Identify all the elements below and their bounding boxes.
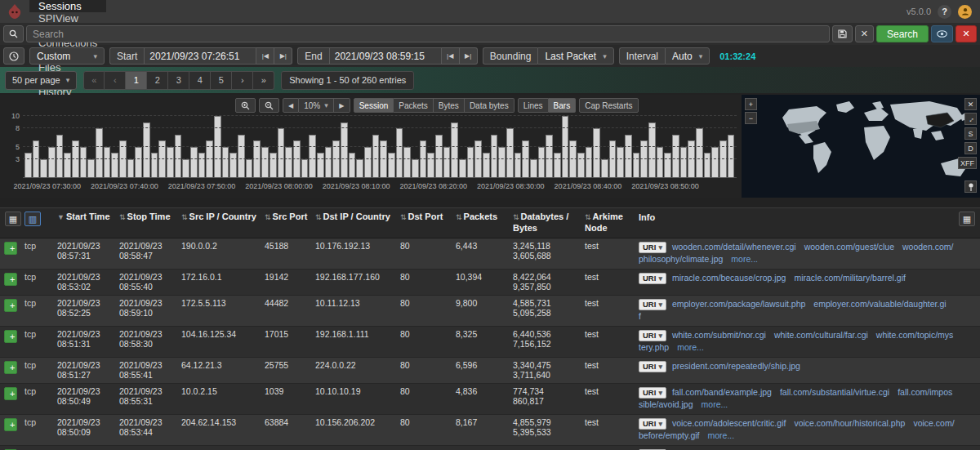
- chart-bar[interactable]: [648, 123, 656, 178]
- series-toggle-data-bytes[interactable]: Data bytes: [465, 98, 514, 113]
- more-link[interactable]: more...: [708, 430, 735, 440]
- uri-link[interactable]: voice.com/adolescent/critic.gif: [672, 418, 786, 428]
- chart-bar[interactable]: [261, 147, 269, 178]
- pager-page-5[interactable]: 5: [211, 71, 232, 90]
- chart-bar[interactable]: [554, 153, 561, 177]
- grid-view-button[interactable]: ▦: [5, 212, 21, 226]
- chart-bar[interactable]: [498, 147, 506, 178]
- pager-page-1[interactable]: 1: [126, 71, 147, 90]
- search-expression-button[interactable]: [3, 25, 24, 42]
- uri-link[interactable]: fall.com/substantial/virtue.cgi: [780, 387, 889, 397]
- series-toggle-session[interactable]: Session: [354, 98, 394, 113]
- arkime-logo[interactable]: [0, 0, 29, 23]
- chart-bar[interactable]: [317, 153, 324, 177]
- chart-bar[interactable]: [514, 153, 522, 177]
- time-settings-button[interactable]: [3, 47, 24, 65]
- uri-link[interactable]: wooden.com/guest/clue: [804, 242, 894, 252]
- expand-session-button[interactable]: +: [4, 242, 17, 255]
- chart-bar[interactable]: [135, 147, 142, 178]
- interval-select[interactable]: Auto ▾: [665, 47, 710, 65]
- column-header-stop[interactable]: ⇅Stop Time: [116, 212, 178, 234]
- chart-bar[interactable]: [704, 153, 711, 177]
- pager-first-button[interactable]: «: [83, 71, 105, 90]
- more-link[interactable]: more...: [677, 342, 704, 352]
- map-expand-button[interactable]: ↔: [964, 113, 977, 125]
- style-toggle-bars[interactable]: Bars: [549, 98, 577, 113]
- chart-bar[interactable]: [198, 153, 206, 177]
- expand-session-button[interactable]: +: [4, 299, 17, 312]
- help-icon[interactable]: ?: [938, 5, 951, 19]
- map-dst-toggle-button[interactable]: D: [964, 142, 977, 154]
- chart-bar[interactable]: [80, 147, 87, 178]
- start-time-input[interactable]: [144, 47, 256, 65]
- uri-link[interactable]: miracle.com/because/crop.jpg: [672, 273, 786, 283]
- save-search-button[interactable]: [832, 25, 853, 42]
- chart-bar[interactable]: [278, 128, 285, 177]
- user-icon[interactable]: [958, 5, 972, 19]
- chart-bar[interactable]: [467, 147, 474, 178]
- more-link[interactable]: more...: [731, 254, 758, 264]
- column-header-data[interactable]: ⇅Databytes / Bytes: [510, 212, 581, 234]
- chart-bar[interactable]: [341, 123, 348, 178]
- map-zoom-in-button[interactable]: +: [745, 98, 757, 110]
- chart-bar[interactable]: [309, 135, 316, 178]
- graph-zoom-out-button[interactable]: [259, 98, 279, 113]
- chart-bar[interactable]: [617, 147, 624, 178]
- map-src-toggle-button[interactable]: S: [964, 127, 977, 140]
- uri-link[interactable]: miracle.com/military/barrel.gif: [794, 273, 906, 283]
- chart-bar[interactable]: [412, 159, 419, 178]
- chart-bar[interactable]: [40, 159, 47, 178]
- map-close-button[interactable]: ✕: [964, 98, 977, 110]
- map-zoom-out-button[interactable]: −: [745, 112, 757, 124]
- pager-page-4[interactable]: 4: [189, 71, 211, 90]
- nav-item-spiview[interactable]: SPIView: [29, 12, 106, 25]
- chart-bar[interactable]: [64, 153, 71, 177]
- clear-search-button[interactable]: ✕: [855, 25, 874, 42]
- uri-dropdown-button[interactable]: URI▾: [639, 330, 666, 341]
- chart-bar[interactable]: [151, 153, 158, 177]
- uri-dropdown-button[interactable]: URI▾: [639, 273, 666, 284]
- column-header-info[interactable]: Info: [635, 212, 980, 234]
- series-toggle-packets[interactable]: Packets: [394, 98, 434, 113]
- expand-session-button[interactable]: +: [4, 418, 17, 431]
- chart-bar[interactable]: [728, 135, 735, 178]
- chart-bar[interactable]: [586, 147, 593, 178]
- chart-bar[interactable]: [24, 153, 32, 177]
- uri-link[interactable]: voice.com/hour/historical.php: [794, 418, 905, 428]
- chart-bar[interactable]: [356, 159, 363, 178]
- chart-bar[interactable]: [104, 147, 111, 178]
- chart-bar[interactable]: [143, 123, 150, 178]
- start-step-back-button[interactable]: |◀: [256, 47, 274, 65]
- chart-bar[interactable]: [427, 153, 434, 177]
- chart-bar[interactable]: [87, 159, 95, 178]
- chart-bar[interactable]: [111, 153, 118, 177]
- column-visibility-button[interactable]: ▥: [24, 212, 41, 226]
- chart-bar[interactable]: [601, 159, 608, 178]
- expand-session-button[interactable]: +: [4, 330, 17, 343]
- graph-pan-left-button[interactable]: ◀: [283, 98, 299, 113]
- pager-page-2[interactable]: 2: [147, 71, 168, 90]
- column-header-srcport[interactable]: ⇅Src Port: [261, 212, 312, 234]
- chart-bar[interactable]: [238, 135, 245, 178]
- chart-bar[interactable]: [56, 135, 64, 178]
- search-input[interactable]: [26, 25, 830, 42]
- chart-bar[interactable]: [222, 147, 229, 178]
- chart-bar[interactable]: [680, 147, 688, 178]
- chart-bar[interactable]: [182, 159, 189, 178]
- graph-zoom-select[interactable]: 10% ▾: [299, 98, 334, 113]
- column-header-dstip[interactable]: ⇅Dst IP / Country: [312, 212, 397, 234]
- chart-bar[interactable]: [372, 135, 380, 178]
- uri-link[interactable]: wooden.com/detail/whenever.cgi: [672, 242, 796, 252]
- expand-session-button[interactable]: +: [4, 273, 17, 286]
- map-pin-button[interactable]: [964, 180, 977, 193]
- uri-link[interactable]: employer.com/package/lawsuit.php: [672, 299, 805, 309]
- chart-bar[interactable]: [214, 116, 221, 177]
- uri-dropdown-button[interactable]: URI▾: [639, 242, 666, 253]
- more-link[interactable]: more...: [702, 399, 728, 409]
- pager-prev-button[interactable]: ‹: [105, 71, 126, 90]
- chart-bar[interactable]: [167, 147, 174, 178]
- pager-last-button[interactable]: »: [253, 71, 274, 90]
- chart-plot-area[interactable]: 35810: [23, 116, 737, 178]
- chart-bar[interactable]: [593, 128, 600, 177]
- chart-bar[interactable]: [364, 147, 372, 178]
